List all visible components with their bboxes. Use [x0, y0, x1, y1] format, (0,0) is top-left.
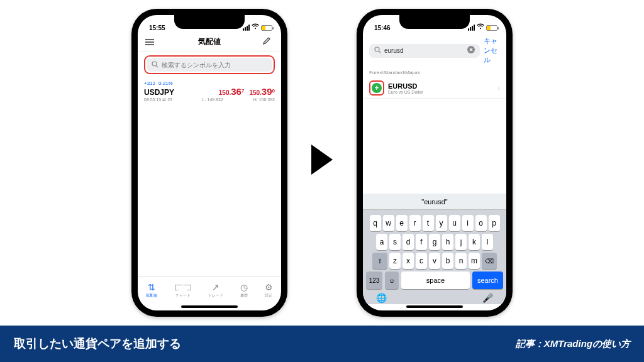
quote-change: +312 [144, 80, 155, 86]
quote-symbol: USDJPY [144, 88, 174, 97]
cancel-button[interactable]: キャンセル [484, 36, 500, 65]
result-symbol: EURUSD [388, 82, 494, 90]
tab-quotes[interactable]: ⇅気配値 [146, 282, 157, 299]
arrow-icon [311, 145, 333, 175]
bottom-toolbar: ⇅気配値 ⫍⫎チャート ↗トレード ◷履歴 ⚙設定 [138, 277, 281, 304]
key-e[interactable]: e [396, 215, 408, 231]
key-m[interactable]: m [469, 253, 480, 269]
quote-row[interactable]: +312 0.21% USDJPY 150.367 150.390 08:55:… [138, 78, 281, 105]
shift-key[interactable]: ⇧ [372, 253, 387, 269]
status-time: 15:46 [374, 25, 391, 31]
key-a[interactable]: a [376, 234, 387, 250]
key-j[interactable]: j [455, 234, 467, 250]
phone-left: 15:55 気配値 [131, 9, 287, 317]
battery-icon [261, 25, 272, 31]
wifi-icon [252, 23, 259, 31]
arrows-icon: ⇅ [148, 282, 155, 292]
trend-icon: ↗ [212, 282, 219, 292]
edit-icon[interactable] [262, 36, 274, 47]
key-z[interactable]: z [389, 253, 401, 269]
home-indicator[interactable] [181, 305, 238, 308]
key-n[interactable]: n [455, 253, 467, 269]
globe-icon[interactable]: 🌐 [376, 293, 387, 303]
key-i[interactable]: i [462, 215, 474, 231]
key-g[interactable]: g [429, 234, 440, 250]
clear-icon[interactable] [467, 46, 475, 55]
search-icon [374, 47, 381, 55]
footer-banner: 取引したい通貨ペアを追加する 記事：XMTradingの使い方 [0, 326, 644, 362]
key-l[interactable]: l [482, 234, 493, 250]
home-indicator[interactable] [406, 305, 463, 308]
search-field[interactable] [369, 44, 480, 58]
quote-high: H: 150.392 [253, 97, 275, 102]
key-h[interactable]: h [442, 234, 453, 250]
chevron-right-icon[interactable]: › [497, 84, 500, 92]
key-f[interactable]: f [416, 234, 427, 250]
key-r[interactable]: r [409, 215, 421, 231]
bid-price: 150.367 [219, 86, 245, 97]
quote-low: L: 149.832 [203, 97, 223, 102]
tab-trade[interactable]: ↗トレード [208, 282, 223, 299]
svg-point-1 [375, 47, 379, 52]
banner-source: 記事：XMTradingの使い方 [516, 338, 630, 350]
clock-icon: ◷ [240, 282, 248, 292]
add-button[interactable]: + [372, 83, 382, 93]
key-u[interactable]: u [449, 215, 460, 231]
key-y[interactable]: y [436, 215, 447, 231]
search-input[interactable] [384, 47, 464, 54]
key-s[interactable]: s [389, 234, 401, 250]
key-p[interactable]: p [489, 215, 500, 231]
key-x[interactable]: x [402, 253, 414, 269]
key-b[interactable]: b [442, 253, 453, 269]
result-desc: Euro vs US Dollar [388, 90, 494, 94]
keyboard-suggestion[interactable]: "eurusd" [363, 194, 506, 210]
space-key[interactable]: space [401, 272, 470, 289]
key-o[interactable]: o [475, 215, 487, 231]
notch [399, 15, 470, 29]
search-key[interactable]: search [472, 272, 503, 289]
signal-icon [243, 25, 250, 31]
list-icon[interactable] [145, 37, 157, 47]
category-path: Forex\Standard\Majors [363, 69, 506, 78]
gear-icon: ⚙ [265, 282, 273, 292]
search-icon [152, 61, 158, 69]
key-k[interactable]: k [469, 234, 480, 250]
key-v[interactable]: v [429, 253, 440, 269]
page-title: 気配値 [157, 36, 262, 47]
key-q[interactable]: q [370, 215, 381, 231]
battery-icon [486, 25, 497, 31]
key-t[interactable]: t [423, 215, 434, 231]
notch [174, 15, 245, 29]
quote-time: 08:55:15 ⇄ 23 [144, 97, 172, 102]
wifi-icon [477, 23, 484, 31]
numbers-key[interactable]: 123 [366, 272, 382, 289]
candle-icon: ⫍⫎ [174, 282, 192, 292]
key-d[interactable]: d [402, 234, 414, 250]
search-highlight [144, 55, 275, 74]
search-input[interactable] [162, 62, 267, 69]
keyboard: qwertyuiop asdfghjkl ⇧ zxcvbnm ⌫ 123 ☺ s… [363, 210, 506, 304]
ask-price: 150.390 [249, 86, 275, 97]
key-w[interactable]: w [383, 215, 394, 231]
mic-icon[interactable]: 🎤 [482, 293, 493, 303]
svg-point-0 [152, 62, 157, 66]
result-row[interactable]: + EURUSD Euro vs US Dollar › [363, 78, 506, 99]
backspace-key[interactable]: ⌫ [482, 253, 497, 269]
quote-pct: 0.21% [158, 80, 173, 86]
nav-bar: 気配値 [138, 33, 281, 52]
key-c[interactable]: c [416, 253, 427, 269]
signal-icon [468, 25, 475, 31]
emoji-key[interactable]: ☺ [385, 272, 399, 289]
tab-settings[interactable]: ⚙設定 [265, 282, 273, 299]
add-highlight: + [369, 80, 384, 96]
banner-title: 取引したい通貨ペアを追加する [14, 336, 181, 352]
status-time: 15:55 [149, 25, 165, 31]
search-field[interactable] [147, 58, 272, 72]
tab-chart[interactable]: ⫍⫎チャート [174, 282, 192, 299]
tab-history[interactable]: ◷履歴 [240, 282, 248, 299]
phone-right: 15:46 [357, 9, 513, 317]
